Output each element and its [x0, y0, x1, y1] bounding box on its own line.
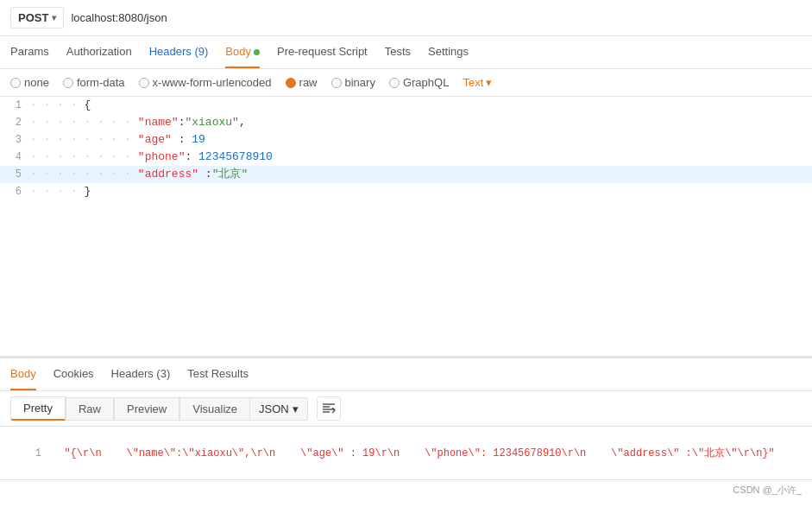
code-line-3: 3 · · · · · · · · "age" : 19 [0, 131, 812, 149]
code-editor[interactable]: 1 · · · · { 2 · · · · · · · · "name":"xi… [0, 97, 812, 357]
raw-line-number: 1 [35, 447, 41, 459]
response-section: Body Cookies Headers (3) Test Results Pr… [0, 357, 812, 500]
option-form-data[interactable]: form-data [63, 76, 125, 89]
option-urlencoded[interactable]: x-www-form-urlencoded [139, 76, 272, 89]
option-binary[interactable]: binary [331, 76, 375, 89]
url-input[interactable] [71, 11, 802, 24]
format-chevron: ▾ [293, 402, 299, 415]
code-line-2: 2 · · · · · · · · "name":"xiaoxu", [0, 114, 812, 131]
tab-tests[interactable]: Tests [385, 36, 411, 68]
resp-tab-body[interactable]: Body [10, 358, 36, 390]
subtab-preview[interactable]: Preview [114, 397, 179, 421]
code-line-6: 6 · · · · } [0, 183, 812, 200]
code-line-1: 1 · · · · { [0, 97, 812, 114]
raw-output: 1 "{\r\n \"name\":\"xiaoxu\",\r\n \"age\… [0, 427, 812, 480]
option-raw[interactable]: raw [286, 76, 318, 89]
tab-body[interactable]: Body [225, 36, 260, 68]
option-none[interactable]: none [10, 76, 49, 89]
tab-params[interactable]: Params [10, 36, 49, 68]
body-options: none form-data x-www-form-urlencoded raw… [0, 69, 812, 97]
response-tabs: Body Cookies Headers (3) Test Results [0, 358, 812, 391]
radio-urlencoded [139, 78, 149, 88]
radio-none [10, 78, 21, 88]
method-select[interactable]: POST ▾ [10, 7, 64, 29]
tab-settings[interactable]: Settings [428, 36, 469, 68]
subtab-pretty[interactable]: Pretty [10, 396, 66, 421]
tab-headers[interactable]: Headers (9) [149, 36, 209, 68]
body-dot [254, 49, 260, 55]
radio-binary [331, 78, 342, 88]
code-line-5: 5 · · · · · · · · "address" :"北京" [0, 166, 812, 183]
editor-spacer [0, 200, 812, 356]
method-chevron: ▾ [52, 13, 56, 22]
code-line-4: 4 · · · · · · · · "phone": 12345678910 [0, 149, 812, 166]
text-dropdown-chevron: ▾ [486, 76, 492, 89]
resp-tab-cookies[interactable]: Cookies [54, 358, 94, 390]
subtab-visualize[interactable]: Visualize [179, 397, 250, 421]
response-subtabs: Pretty Raw Preview Visualize JSON ▾ [0, 391, 812, 427]
credit: CSDN @_小许_ [733, 484, 802, 497]
format-icon-button[interactable] [317, 396, 341, 421]
resp-tab-test-results[interactable]: Test Results [187, 358, 249, 390]
tab-prerequest[interactable]: Pre-request Script [277, 36, 368, 68]
main-tabs: Params Authorization Headers (9) Body Pr… [0, 36, 812, 69]
resp-tab-headers[interactable]: Headers (3) [111, 358, 171, 390]
tab-authorization[interactable]: Authorization [66, 36, 132, 68]
option-graphql[interactable]: GraphQL [389, 76, 449, 89]
text-dropdown[interactable]: Text ▾ [463, 76, 492, 89]
method-label: POST [18, 11, 48, 24]
radio-graphql [389, 78, 400, 88]
radio-form-data [63, 78, 73, 88]
subtab-raw[interactable]: Raw [66, 397, 114, 421]
format-select[interactable]: JSON ▾ [250, 397, 308, 421]
raw-output-text: "{\r\n \"name\":\"xiaoxu\",\r\n \"age\" … [52, 447, 775, 459]
url-bar: POST ▾ [0, 0, 812, 36]
radio-raw [286, 78, 296, 88]
footer: CSDN @_小许_ [0, 480, 812, 500]
